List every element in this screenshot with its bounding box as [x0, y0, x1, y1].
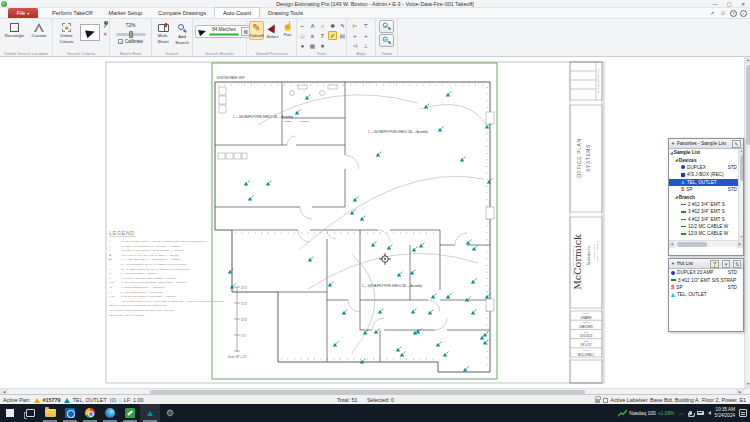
circle-tool-icon[interactable]: ○: [318, 21, 327, 30]
tab-drawing-tools[interactable]: Drawing Tools: [260, 7, 311, 18]
takeoff-symbol[interactable]: [266, 181, 272, 186]
takeoff-symbol[interactable]: [397, 272, 403, 277]
takeoff-symbol[interactable]: [396, 347, 402, 352]
file-button[interactable]: File ▾: [8, 8, 38, 18]
match-rate-slider[interactable]: [116, 33, 146, 36]
export-icon[interactable]: ↗: [708, 9, 716, 17]
favorites-vertical-scrollbar[interactable]: ▲ ▼: [738, 149, 743, 240]
select-button[interactable]: Select: [265, 21, 280, 40]
takeoff-symbol[interactable]: [387, 245, 393, 250]
taskbar-app-edge[interactable]: [100, 404, 120, 422]
tray-chevron-icon[interactable]: ︿: [678, 410, 684, 417]
takeoff-symbol[interactable]: [248, 196, 254, 201]
tree-item-tel-outlet[interactable]: TEL, OUTLET: [669, 179, 743, 186]
calibrate-checkbox-row[interactable]: ✓ Calibrate: [110, 39, 151, 44]
hot-list-item-tel-outlet[interactable]: TEL, OUTLET: [669, 291, 743, 298]
takeoff-symbol[interactable]: [400, 352, 406, 357]
expander-icon[interactable]: ◢: [675, 158, 678, 162]
takeoff-symbol[interactable]: [472, 246, 478, 251]
marker-tool-icon[interactable]: ✐: [328, 31, 337, 40]
table-tool-icon[interactable]: ▦: [308, 41, 317, 50]
zoom-out-button[interactable]: −: [379, 34, 394, 47]
tree-item-4-12-3-4-emt-s[interactable]: 4 #12 3/4" EMT S: [669, 216, 743, 223]
taskbar-app-green-suite[interactable]: [120, 404, 140, 422]
hot-list-panel-header[interactable]: ▼ Hot List ▾ ⇅: [669, 259, 743, 269]
task-view-button[interactable]: [20, 404, 40, 422]
taskbar-app-chrome[interactable]: [80, 404, 100, 422]
takeoff-symbol[interactable]: [308, 257, 314, 262]
tab-marker-setup[interactable]: Marker Setup: [101, 7, 151, 18]
takeoff-symbol[interactable]: [360, 216, 366, 221]
labelset-checkbox[interactable]: [603, 398, 608, 403]
tab-auto-count[interactable]: Auto Count: [214, 7, 260, 18]
tree-item-12-3-mc-cable-w[interactable]: 12/3 MC CABLE W: [669, 230, 743, 237]
filter-dropdown-icon[interactable]: ▾: [722, 260, 730, 268]
search-area-rectangle[interactable]: [212, 63, 497, 379]
center-v-icon[interactable]: +: [361, 31, 371, 40]
tree-node-sample-list[interactable]: ◢Sample List: [669, 149, 743, 156]
takeoff-symbol[interactable]: [419, 243, 425, 248]
scroll-up-icon[interactable]: ▲: [745, 57, 750, 64]
align-right-icon[interactable]: ⊣: [350, 41, 360, 50]
taskbar-app-settings[interactable]: ⚙: [160, 404, 180, 422]
star-tool-icon[interactable]: ★: [318, 41, 327, 50]
pencil-tool-icon[interactable]: ✎: [338, 21, 347, 30]
pin-icon[interactable]: [101, 20, 109, 28]
takeoff-symbol[interactable]: [230, 284, 236, 289]
takeoff-symbol[interactable]: [228, 269, 234, 274]
expander-icon[interactable]: ◢: [670, 151, 673, 155]
tab-compare-drawings[interactable]: Compare Drawings: [150, 7, 214, 18]
takeoff-symbol[interactable]: [471, 310, 477, 315]
takeoff-symbol[interactable]: [483, 340, 489, 345]
scroll-right-icon[interactable]: ▶: [737, 241, 743, 248]
start-button[interactable]: [0, 404, 20, 422]
align-left-icon[interactable]: ⊢: [350, 21, 360, 30]
takeoff-symbol[interactable]: [350, 210, 356, 215]
tree-item-4-s-j-box-rec-[interactable]: 4/S J-BOX (REC): [669, 171, 743, 178]
info-icon[interactable]: i: [740, 10, 747, 17]
takeoff-symbol[interactable]: [378, 309, 384, 314]
letter-a-tool-icon[interactable]: A: [308, 21, 317, 30]
drawing-canvas[interactable]: NO. DATE REVISION BY OFFICE PLAN SYSTEMS…: [0, 57, 744, 388]
print-icon[interactable]: ⎚: [719, 9, 727, 17]
takeoff-symbol[interactable]: [376, 152, 382, 157]
takeoff-symbol[interactable]: [446, 294, 452, 299]
takeoff-symbol[interactable]: [424, 104, 430, 109]
calibrate-checkbox[interactable]: ✓: [118, 39, 123, 44]
takeoff-symbol[interactable]: [471, 279, 477, 284]
collapse-icon[interactable]: ▼: [671, 141, 675, 146]
close-button[interactable]: ✕: [736, 0, 750, 8]
takeoff-symbol[interactable]: [446, 92, 452, 97]
canvas-vertical-scrollbar[interactable]: ▲ ▼: [744, 57, 750, 388]
grid-tool-icon[interactable]: ▤: [338, 31, 347, 40]
takeoff-symbol[interactable]: [353, 197, 359, 202]
taskbar-app-file-explorer[interactable]: [40, 404, 60, 422]
dot-tool-icon[interactable]: ●: [298, 41, 307, 50]
action-center-icon[interactable]: [739, 409, 747, 417]
tab-perform-takeoff[interactable]: Perform TakeOff: [44, 7, 101, 18]
center-h-icon[interactable]: +: [350, 31, 360, 40]
letter-t-tool-icon[interactable]: T: [318, 31, 327, 40]
filter-icon[interactable]: [710, 260, 719, 268]
help-icon[interactable]: ?: [730, 10, 737, 17]
speaker-icon[interactable]: [708, 411, 711, 415]
minimize-button[interactable]: —: [708, 0, 722, 8]
slider-thumb[interactable]: [129, 31, 133, 38]
tree-node-devices[interactable]: ◢Devices: [669, 156, 743, 163]
diamond-tool-icon[interactable]: ◇: [298, 31, 307, 40]
edit-favorites-icon[interactable]: ✎: [732, 140, 741, 148]
scroll-left-icon[interactable]: ◀: [669, 241, 675, 248]
hot-list-item-sp[interactable]: SSPSTD: [669, 284, 743, 291]
takeoff-symbol[interactable]: [463, 367, 469, 372]
asterisk-tool-icon[interactable]: ✱: [328, 21, 337, 30]
tree-item-12-2-mc-cable-w[interactable]: 12/2 MC CABLE W: [669, 223, 743, 230]
flag-tool-icon[interactable]: ⌐: [298, 21, 307, 30]
search-symbol-preview[interactable]: [80, 24, 100, 41]
scroll-down-icon[interactable]: ▼: [745, 381, 750, 388]
takeoff-symbol[interactable]: [443, 352, 449, 357]
sort-icon[interactable]: ⇅: [733, 260, 741, 268]
takeoff-symbol[interactable]: [465, 297, 471, 302]
tree-item-duplex[interactable]: DUPLEXSTD: [669, 164, 743, 171]
hot-list-item-duplex-20-amp[interactable]: DUPLEX 20 AMPSTD: [669, 269, 743, 276]
takeoff-symbol[interactable]: [438, 127, 444, 132]
